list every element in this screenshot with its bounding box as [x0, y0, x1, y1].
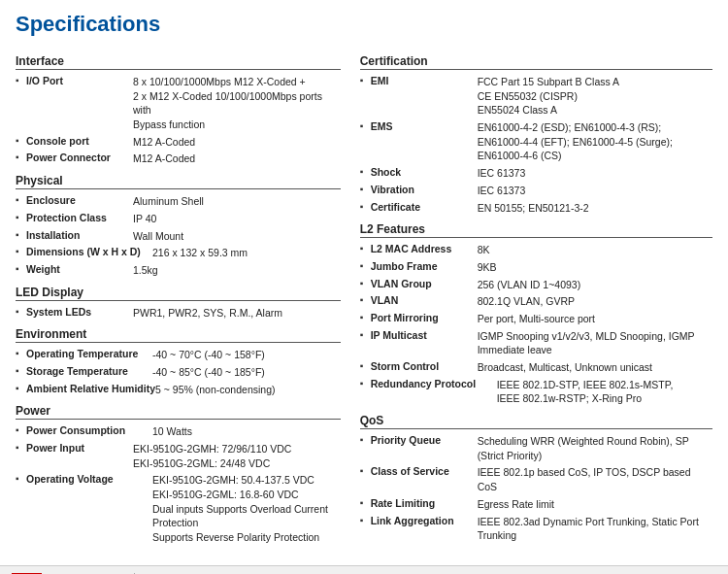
spec-value: EN 50155; EN50121-3-2 [478, 201, 712, 216]
spec-value: IEEE 802.3ad Dynamic Port Trunking, Stat… [478, 515, 712, 543]
spec-row: ▪Priority QueueScheduling WRR (Weighted … [360, 434, 712, 462]
bullet-icon: ▪ [360, 75, 368, 85]
bullet-icon: ▪ [360, 201, 368, 212]
bullet-icon: ▪ [16, 348, 23, 358]
bullet-icon: ▪ [16, 229, 23, 240]
spec-label: Power Connector [26, 152, 133, 163]
spec-label: Shock [371, 166, 478, 178]
spec-row: ▪Dimensions (W x H x D)216 x 132 x 59.3 … [16, 246, 341, 260]
spec-label: Vibration [371, 184, 478, 195]
spec-row: ▪VibrationIEC 61373 [360, 184, 712, 198]
spec-value: Broadcast, Multicast, Unknown unicast [478, 360, 712, 375]
spec-row: ▪Protection ClassIP 40 [16, 212, 341, 226]
spec-label: Storage Temperature [26, 365, 152, 377]
spec-value: 216 x 132 x 59.3 mm [152, 246, 341, 260]
spec-value: 10 Watts [152, 424, 341, 439]
bullet-icon: ▪ [360, 184, 368, 194]
spec-label: Rate Limiting [371, 497, 478, 509]
section: Interface▪I/O Port8 x 10/100/1000Mbps M1… [16, 54, 341, 166]
page-title: Specifications [16, 12, 712, 37]
bullet-icon: ▪ [360, 515, 368, 525]
spec-row: ▪EMIFCC Part 15 Subpart B Class ACE EN55… [360, 75, 712, 118]
spec-value: M12 A-Coded [133, 152, 341, 166]
bullet-icon: ▪ [16, 473, 23, 484]
section: Power▪Power Consumption10 Watts▪Power In… [16, 404, 341, 545]
spec-value: 256 (VLAN ID 1~4093) [478, 278, 712, 292]
spec-label: Class of Service [371, 465, 478, 477]
spec-value: IEC 61373 [478, 184, 712, 198]
footer: ADVANTECH Industrial Ethernet Soultions [0, 565, 728, 574]
bullet-icon: ▪ [16, 424, 23, 435]
bullet-icon: ▪ [360, 166, 368, 177]
spec-row: ▪CertificateEN 50155; EN50121-3-2 [360, 201, 712, 216]
spec-label: Power Consumption [26, 424, 152, 436]
bullet-icon: ▪ [16, 194, 23, 205]
spec-label: IP Multicast [371, 329, 478, 341]
spec-value: IEC 61373 [478, 166, 712, 181]
spec-value: -40 ~ 70°C (-40 ~ 158°F) [152, 348, 341, 362]
spec-value: Per port, Multi-source port [478, 312, 712, 326]
spec-row: ▪I/O Port8 x 10/100/1000Mbps M12 X-Coded… [16, 75, 341, 132]
spec-label: Priority Queue [371, 434, 478, 446]
spec-label: Ambient Relative Humidity [26, 383, 155, 394]
spec-value: FCC Part 15 Subpart B Class ACE EN55032 … [478, 75, 712, 118]
spec-value: PWR1, PWR2, SYS, R.M., Alarm [133, 306, 341, 321]
bullet-icon: ▪ [16, 246, 23, 256]
section: Environment▪Operating Temperature-40 ~ 7… [16, 327, 341, 396]
spec-value: 8K [478, 243, 712, 257]
spec-label: Port Mirroring [371, 312, 478, 323]
spec-value: Aluminum Shell [133, 194, 341, 209]
bullet-icon: ▪ [16, 263, 23, 274]
spec-value: EN61000-4-2 (ESD); EN61000-4-3 (RS);EN61… [478, 120, 712, 163]
right-column: Certification▪EMIFCC Part 15 Subpart B C… [350, 47, 712, 548]
section: LED Display▪System LEDsPWR1, PWR2, SYS, … [16, 286, 341, 321]
bullet-icon: ▪ [360, 278, 368, 288]
spec-row: ▪Operating VoltageEKI-9510G-2GMH: 50.4-1… [16, 473, 341, 544]
spec-row: ▪Storm ControlBroadcast, Multicast, Unkn… [360, 360, 712, 375]
bullet-icon: ▪ [16, 365, 23, 376]
spec-row: ▪Weight1.5kg [16, 263, 341, 278]
spec-row: ▪L2 MAC Address8K [360, 243, 712, 257]
section: Physical▪EnclosureAluminum Shell▪Protect… [16, 174, 341, 277]
section-title: Physical [16, 174, 341, 189]
bullet-icon: ▪ [16, 306, 23, 317]
spec-label: Installation [26, 229, 133, 241]
spec-value: EKI-9510G-2GMH: 72/96/110 VDCEKI-9510G-2… [133, 442, 341, 470]
bullet-icon: ▪ [16, 212, 23, 222]
spec-row: ▪Storage Temperature-40 ~ 85°C (-40 ~ 18… [16, 365, 341, 380]
spec-label: Console port [26, 135, 133, 147]
spec-label: Storm Control [371, 360, 478, 372]
spec-value: IP 40 [133, 212, 341, 226]
spec-label: System LEDs [26, 306, 133, 318]
section-title: L2 Features [360, 222, 712, 238]
spec-row: ▪IP MulticastIGMP Snooping v1/v2/v3, MLD… [360, 329, 712, 357]
spec-label: Weight [26, 263, 133, 275]
spec-value: Scheduling WRR (Weighted Round Robin), S… [478, 434, 712, 462]
spec-value: 1.5kg [133, 263, 341, 278]
spec-row: ▪ShockIEC 61373 [360, 166, 712, 181]
bullet-icon: ▪ [360, 497, 368, 508]
bullet-icon: ▪ [16, 442, 23, 453]
spec-value: 8 x 10/100/1000Mbps M12 X-Coded +2 x M12… [133, 75, 341, 132]
section-title: Environment [16, 327, 341, 343]
spec-label: Link Aggregation [371, 515, 478, 526]
spec-label: Certificate [371, 201, 478, 213]
section: L2 Features▪L2 MAC Address8K▪Jumbo Frame… [360, 222, 712, 406]
bullet-icon: ▪ [16, 75, 23, 85]
spec-label: Protection Class [26, 212, 133, 223]
spec-row: ▪Power Consumption10 Watts [16, 424, 341, 439]
left-column: Interface▪I/O Port8 x 10/100/1000Mbps M1… [16, 47, 350, 548]
spec-row: ▪Power InputEKI-9510G-2GMH: 72/96/110 VD… [16, 442, 341, 470]
spec-label: Enclosure [26, 194, 133, 206]
two-column-layout: Interface▪I/O Port8 x 10/100/1000Mbps M1… [16, 47, 712, 548]
spec-label: Redundancy Protocol [371, 378, 497, 389]
spec-row: ▪EnclosureAluminum Shell [16, 194, 341, 209]
spec-row: ▪Rate LimitingEgress Rate limit [360, 497, 712, 512]
spec-label: EMI [371, 75, 478, 86]
spec-value: 5 ~ 95% (non-condensing) [155, 383, 341, 397]
spec-label: Operating Voltage [26, 473, 152, 485]
spec-row: ▪Link AggregationIEEE 802.3ad Dynamic Po… [360, 515, 712, 543]
spec-row: ▪InstallationWall Mount [16, 229, 341, 244]
spec-row: ▪VLAN Group256 (VLAN ID 1~4093) [360, 278, 712, 292]
spec-row: ▪EMSEN61000-4-2 (ESD); EN61000-4-3 (RS);… [360, 120, 712, 163]
